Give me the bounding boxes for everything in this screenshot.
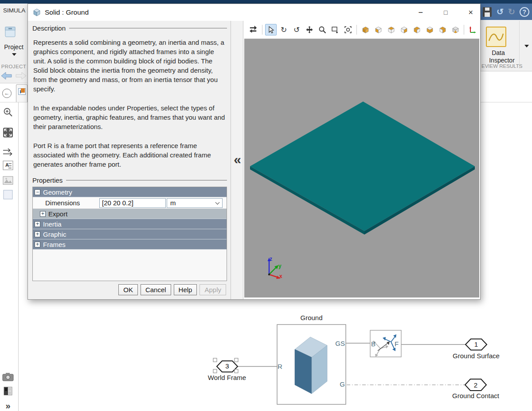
graphic-row[interactable]: + Graphic <box>33 229 227 239</box>
ground-surface-port-number[interactable]: 1 <box>466 341 487 348</box>
ground-port-g[interactable]: G <box>332 380 345 388</box>
unit-select[interactable]: m <box>167 198 223 208</box>
transform-port-f[interactable]: F <box>395 340 399 348</box>
area-box-icon[interactable] <box>2 188 14 201</box>
zoom-icon[interactable] <box>317 24 328 35</box>
dimensions-row: Dimensions m <box>33 197 227 209</box>
viewmarks-icon[interactable] <box>2 385 14 397</box>
nav-arrows <box>1 72 27 80</box>
view-right-icon[interactable] <box>437 24 448 35</box>
signal-routing-icon[interactable] <box>2 146 14 158</box>
project-icon <box>4 25 16 41</box>
tab-simulation[interactable]: SIMULA <box>3 7 25 14</box>
collapse-pane-button[interactable]: « <box>231 152 243 167</box>
redo-icon[interactable]: ↻ <box>508 7 515 17</box>
expand-expander-icon[interactable]: + <box>35 242 40 247</box>
minimize-button[interactable]: − <box>419 8 423 17</box>
geometry-label: Geometry <box>43 188 72 196</box>
ground-contact-port-number[interactable]: 2 <box>465 381 487 389</box>
transform-port-b[interactable]: B <box>371 340 376 348</box>
data-inspector-button[interactable]: Data <box>481 49 516 56</box>
image-icon[interactable] <box>2 174 14 187</box>
update-visualization-icon[interactable] <box>248 24 259 35</box>
dimensions-input[interactable] <box>99 198 166 208</box>
properties-table: − Geometry Dimensions m + Export <box>32 187 227 281</box>
properties-label: Properties <box>32 176 63 184</box>
project-button[interactable]: Project <box>0 43 27 51</box>
view-top-icon[interactable] <box>398 24 410 35</box>
os-titlebar-strip <box>0 0 532 4</box>
help-icon[interactable]: ? <box>520 7 529 17</box>
lock-icon <box>21 88 25 93</box>
x-axis-label: x <box>279 273 282 279</box>
view-default-cube-icon[interactable] <box>450 24 461 35</box>
description-paragraph-2: In the expandable nodes under Properties… <box>33 103 226 131</box>
project-dropdown-caret-icon[interactable] <box>12 53 16 56</box>
ribbon-left: SIMULA Project PROJECT <box>0 4 27 83</box>
frames-row[interactable]: + Frames <box>33 239 227 250</box>
toolbar-separator <box>356 25 357 35</box>
pan-icon[interactable] <box>304 24 315 35</box>
collapse-expander-icon[interactable]: − <box>35 189 40 195</box>
view-bottom-icon[interactable] <box>411 24 422 35</box>
expand-expander-icon[interactable]: + <box>35 231 40 237</box>
dialog-titlebar[interactable]: Solid : Ground − □ × <box>28 4 480 21</box>
apply-button: Apply <box>200 284 226 295</box>
ground-port-r[interactable]: R <box>278 363 282 370</box>
y-axis-label: y <box>278 263 282 269</box>
description-text: Represents a solid combining a geometry,… <box>32 38 227 169</box>
select-cursor-icon[interactable] <box>265 24 277 35</box>
pane-collapse-strip: « <box>231 21 243 299</box>
z-axis-label: z <box>270 256 272 262</box>
fit-view-icon[interactable] <box>342 24 354 35</box>
undo-icon[interactable]: ↺ <box>497 7 504 17</box>
view-back-icon[interactable] <box>385 24 397 35</box>
world-frame-port-number[interactable]: 3 <box>217 362 238 370</box>
ribbon-dropdown-caret-icon[interactable] <box>524 45 529 47</box>
description-paragraph-1: Represents a solid combining a geometry,… <box>33 38 226 94</box>
view-left-icon[interactable] <box>424 24 435 35</box>
ground-port-gs[interactable]: GS <box>330 340 345 347</box>
zoom-in-icon[interactable] <box>2 106 14 118</box>
data-inspector-button-line2[interactable]: Inspector <box>481 57 523 64</box>
camera-icon[interactable] <box>2 371 14 383</box>
maximize-button[interactable]: □ <box>444 9 447 16</box>
view-isometric-icon[interactable] <box>360 24 371 35</box>
expand-expander-icon[interactable]: + <box>35 221 40 227</box>
ok-button[interactable]: OK <box>118 284 138 295</box>
save-icon[interactable] <box>482 7 492 17</box>
view-front-icon[interactable] <box>372 24 384 35</box>
geometry-row[interactable]: − Geometry <box>33 187 227 197</box>
chevron-down-icon <box>215 200 220 204</box>
annotation-icon[interactable]: A <box>2 159 14 172</box>
forward-arrow-icon[interactable] <box>16 72 27 80</box>
annotation-letter: A <box>5 162 9 168</box>
ribbon-divider <box>519 21 520 69</box>
model-tab[interactable] <box>16 84 27 102</box>
expand-rail-icon[interactable]: » <box>2 399 14 411</box>
cancel-button[interactable]: Cancel <box>141 284 171 295</box>
data-inspector-icon[interactable] <box>486 27 506 47</box>
ground-block-title: Ground <box>277 314 346 321</box>
zoom-region-icon[interactable] <box>329 24 341 35</box>
description-paragraph-3: Port R is a frame port that represents a… <box>33 141 226 169</box>
unit-value: m <box>170 199 176 207</box>
frame-axes-icon[interactable] <box>467 24 478 35</box>
help-button[interactable]: Help <box>174 284 197 295</box>
model-icon <box>18 88 26 95</box>
solid-cube-icon <box>32 8 41 17</box>
inertia-label: Inertia <box>43 220 62 228</box>
rotate-orbit-icon[interactable]: ↻ <box>278 24 289 35</box>
properties-empty-area <box>33 250 227 281</box>
inertia-row[interactable]: + Inertia <box>33 219 227 229</box>
back-arrow-icon[interactable] <box>1 72 12 80</box>
up-level-icon[interactable]: ← <box>2 89 12 98</box>
export-row[interactable]: + Export <box>33 209 227 219</box>
close-button[interactable]: × <box>468 8 473 17</box>
export-label: Export <box>48 210 67 218</box>
expand-expander-icon[interactable]: + <box>40 211 46 217</box>
quick-access-bar: ↺ ↻ ? <box>481 4 532 20</box>
roll-icon[interactable]: ↺ <box>291 24 302 35</box>
fit-to-view-icon[interactable] <box>2 126 14 139</box>
visualization-canvas[interactable]: z y x <box>244 39 479 297</box>
